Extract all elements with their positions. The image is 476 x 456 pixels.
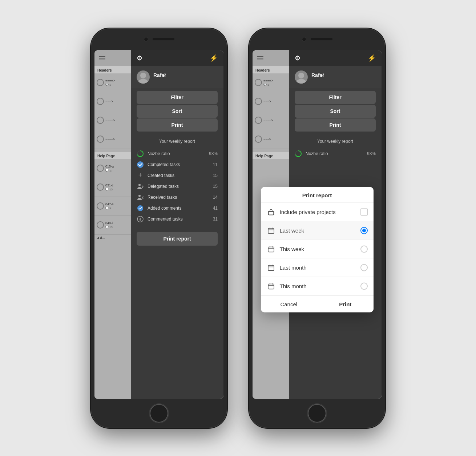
phone-1-sidebar-header xyxy=(94,50,131,66)
bottom-content-2: 031-c 💬 15 xyxy=(105,183,129,191)
bottom-count-1: 17 xyxy=(109,169,113,172)
dialog-row-last-week[interactable]: Last week xyxy=(261,221,374,240)
phone-2-home-btn[interactable] xyxy=(307,403,327,423)
svg-rect-16 xyxy=(268,228,274,233)
gear-icon-1[interactable]: ⚙ xyxy=(137,54,142,62)
last-month-radio[interactable] xyxy=(360,264,368,271)
bottom-content-3: 047-s 💬 9 xyxy=(105,202,129,210)
report-delegated: Delegated tasks 15 xyxy=(137,181,218,192)
dialog-overlay: Print report Include private projects xyxy=(253,50,382,399)
this-week-icon xyxy=(267,245,275,253)
phone-1: Headers ====> 💬 1 xyxy=(91,28,227,428)
this-week-radio[interactable] xyxy=(360,245,368,253)
phone-1-user-section: Rafał · · ···-···· · ··· xyxy=(131,66,223,88)
created-label: Created tasks xyxy=(148,173,209,178)
sidebar-item-3[interactable]: ====> xyxy=(94,111,131,130)
lightning-icon-1[interactable]: ⚡ xyxy=(210,54,218,62)
item-count-1: 1 xyxy=(109,83,111,86)
dialog-row-private[interactable]: Include private projects xyxy=(261,203,374,221)
bottom-comment-1: 💬 xyxy=(105,169,109,172)
received-label: Received tasks xyxy=(148,195,209,200)
svg-rect-24 xyxy=(268,265,274,270)
phone-1-screen: Headers ====> 💬 1 xyxy=(94,50,223,399)
hamburger-icon[interactable] xyxy=(99,56,105,60)
item-content-1: ====> 💬 1 xyxy=(105,79,129,86)
bottom-count-4: 13 xyxy=(109,226,113,229)
sidebar-help-section: Help Page 015-g 💬 17 xyxy=(94,152,131,241)
item-title-4: ====> xyxy=(105,137,129,141)
hamburger-line-3 xyxy=(99,60,105,60)
bottom-comment-3: 💬 xyxy=(105,207,109,210)
commented-icon: 9 xyxy=(137,215,144,223)
report-received: Received tasks 14 xyxy=(137,192,218,203)
item-radio-1[interactable] xyxy=(97,79,104,86)
report-nozbe-ratio: Nozbe ratio 93% xyxy=(137,148,218,159)
bottom-item-4[interactable]: 049-i 💬 13 xyxy=(94,216,131,235)
item-radio-3[interactable] xyxy=(97,117,104,124)
report-created: + Created tasks 15 xyxy=(137,170,218,181)
footer-days: 4 d... xyxy=(94,235,131,241)
phone-1-notch xyxy=(91,28,227,50)
svg-point-1 xyxy=(138,79,148,84)
sort-button-1[interactable]: Sort xyxy=(137,105,218,118)
user-avatar-1 xyxy=(137,70,150,84)
bottom-content-1: 015-g 💬 17 xyxy=(105,165,129,172)
sidebar-item-2[interactable]: ===> xyxy=(94,92,131,111)
this-month-radio[interactable] xyxy=(360,282,368,290)
last-week-radio[interactable] xyxy=(360,227,368,234)
item-radio-4[interactable] xyxy=(97,136,104,143)
commented-label: Commented tasks xyxy=(148,217,209,222)
bottom-content-4: 049-i 💬 13 xyxy=(105,221,129,229)
filter-button-1[interactable]: Filter xyxy=(137,91,218,104)
headers-label: Headers xyxy=(94,66,131,73)
svg-rect-14 xyxy=(269,211,274,215)
phone-1-speaker xyxy=(153,38,174,40)
dialog-print-button[interactable]: Print xyxy=(317,296,374,312)
this-month-label: This month xyxy=(280,283,356,289)
completed-icon xyxy=(137,161,144,168)
svg-point-6 xyxy=(138,195,141,197)
nozbe-ratio-label: Nozbe ratio xyxy=(148,151,205,156)
bottom-radio-1[interactable] xyxy=(97,165,104,172)
delegated-label: Delegated tasks xyxy=(148,184,209,189)
print-report-dialog: Print report Include private projects xyxy=(261,187,374,312)
dialog-cancel-button[interactable]: Cancel xyxy=(261,296,318,312)
hamburger-line-2 xyxy=(99,58,105,58)
bottom-radio-3[interactable] xyxy=(97,202,104,210)
nozbe-ratio-icon xyxy=(137,150,144,157)
last-month-icon xyxy=(267,263,275,272)
item-radio-2[interactable] xyxy=(97,98,104,105)
sidebar-item-1[interactable]: ====> 💬 1 xyxy=(94,73,131,92)
bottom-item-1[interactable]: 015-g 💬 17 xyxy=(94,159,131,178)
delegated-icon xyxy=(137,183,144,190)
print-button-1[interactable]: Print xyxy=(137,118,218,132)
svg-rect-28 xyxy=(268,284,274,289)
report-comments: Added comments 41 xyxy=(137,203,218,214)
phone-2: Headers ====> 💬 1 xyxy=(249,28,385,428)
print-report-button-1[interactable]: Print report xyxy=(137,232,218,246)
bottom-radio-4[interactable] xyxy=(97,221,104,229)
bottom-count-2: 15 xyxy=(109,188,113,191)
phone-1-sidebar: Headers ====> 💬 1 xyxy=(94,50,131,399)
dialog-row-this-month[interactable]: This month xyxy=(261,277,374,295)
phone-1-home-btn[interactable] xyxy=(149,403,169,423)
dialog-row-this-week[interactable]: This week xyxy=(261,240,374,258)
phone-1-bottom-items: 015-g 💬 17 031-c xyxy=(94,159,131,235)
bottom-title-2: 031-c xyxy=(105,183,129,187)
created-icon: + xyxy=(137,172,144,179)
bottom-title-1: 015-g xyxy=(105,165,129,168)
bottom-radio-2[interactable] xyxy=(97,183,104,191)
received-icon xyxy=(137,194,144,201)
nozbe-ratio-count: 93% xyxy=(209,151,218,156)
comments-label: Added comments xyxy=(148,206,209,211)
include-private-checkbox[interactable] xyxy=(360,208,368,215)
phone-1-sidebar-items: ====> 💬 1 ===> xyxy=(94,73,131,149)
dialog-row-last-month[interactable]: Last month xyxy=(261,258,374,277)
phone-1-bottom xyxy=(91,399,227,428)
user-name-1: Rafał xyxy=(153,72,177,78)
phone-2-screen: Headers ====> 💬 1 xyxy=(253,50,382,399)
bottom-item-2[interactable]: 031-c 💬 15 xyxy=(94,178,131,197)
phone-1-menu-buttons: Filter Sort Print xyxy=(131,88,223,134)
sidebar-item-4[interactable]: ====> xyxy=(94,130,131,149)
bottom-item-3[interactable]: 047-s 💬 9 xyxy=(94,197,131,216)
